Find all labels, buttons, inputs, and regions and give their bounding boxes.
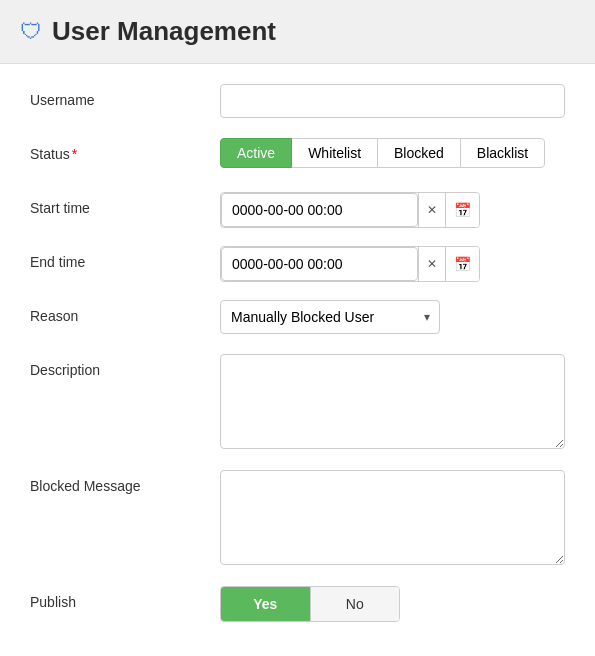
end-time-wrapper: ✕ 📅: [220, 246, 480, 282]
end-time-clear-button[interactable]: ✕: [418, 247, 445, 281]
username-row: Username: [30, 84, 565, 120]
description-textarea[interactable]: [220, 354, 565, 449]
status-button-group: Active Whitelist Blocked Blacklist: [220, 138, 565, 168]
start-time-wrapper: ✕ 📅: [220, 192, 480, 228]
start-time-control: ✕ 📅: [220, 192, 565, 228]
status-label: Status*: [30, 138, 220, 162]
publish-yes-button[interactable]: Yes: [221, 587, 310, 621]
start-time-input[interactable]: [221, 193, 418, 227]
end-time-control: ✕ 📅: [220, 246, 565, 282]
publish-toggle: Yes No: [220, 586, 400, 622]
reason-select[interactable]: Manually Blocked User Spam Abuse Other: [220, 300, 440, 334]
status-blacklist-button[interactable]: Blacklist: [460, 138, 545, 168]
blocked-message-textarea[interactable]: [220, 470, 565, 565]
end-time-label: End time: [30, 246, 220, 270]
publish-control: Yes No: [220, 586, 565, 622]
reason-row: Reason Manually Blocked User Spam Abuse …: [30, 300, 565, 336]
clear-icon: ✕: [427, 257, 437, 271]
start-time-label: Start time: [30, 192, 220, 216]
status-row: Status* Active Whitelist Blocked Blackli…: [30, 138, 565, 174]
publish-row: Publish Yes No: [30, 586, 565, 622]
reason-control: Manually Blocked User Spam Abuse Other: [220, 300, 565, 334]
form-container: Username Status* Active Whitelist Blocke…: [0, 64, 595, 656]
reason-label: Reason: [30, 300, 220, 324]
status-control: Active Whitelist Blocked Blacklist: [220, 138, 565, 168]
publish-no-button[interactable]: No: [310, 587, 400, 621]
clear-icon: ✕: [427, 203, 437, 217]
calendar-icon: 📅: [454, 202, 471, 218]
end-time-input[interactable]: [221, 247, 418, 281]
description-row: Description: [30, 354, 565, 452]
calendar-icon: 📅: [454, 256, 471, 272]
start-time-clear-button[interactable]: ✕: [418, 193, 445, 227]
publish-label: Publish: [30, 586, 220, 610]
start-time-calendar-button[interactable]: 📅: [445, 193, 479, 227]
status-blocked-button[interactable]: Blocked: [377, 138, 461, 168]
username-control: [220, 84, 565, 118]
description-label: Description: [30, 354, 220, 378]
blocked-message-control: [220, 470, 565, 568]
end-time-calendar-button[interactable]: 📅: [445, 247, 479, 281]
reason-wrapper: Manually Blocked User Spam Abuse Other: [220, 300, 440, 334]
status-active-button[interactable]: Active: [220, 138, 292, 168]
blocked-message-row: Blocked Message: [30, 470, 565, 568]
end-time-row: End time ✕ 📅: [30, 246, 565, 282]
description-control: [220, 354, 565, 452]
status-whitelist-button[interactable]: Whitelist: [291, 138, 378, 168]
username-label: Username: [30, 84, 220, 108]
page-header: 🛡 User Management: [0, 0, 595, 64]
username-input[interactable]: [220, 84, 565, 118]
shield-icon: 🛡: [20, 19, 42, 45]
page-title: User Management: [52, 16, 276, 47]
blocked-message-label: Blocked Message: [30, 470, 220, 494]
start-time-row: Start time ✕ 📅: [30, 192, 565, 228]
status-required: *: [72, 146, 77, 162]
